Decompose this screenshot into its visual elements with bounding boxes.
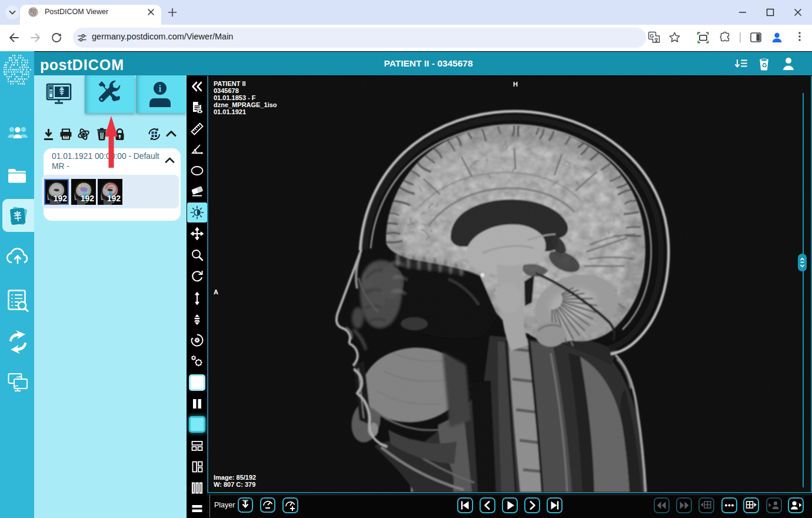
svg-text:G: G [650,33,654,39]
svg-text:♻: ♻ [761,62,767,69]
svg-text:i: i [159,84,162,94]
